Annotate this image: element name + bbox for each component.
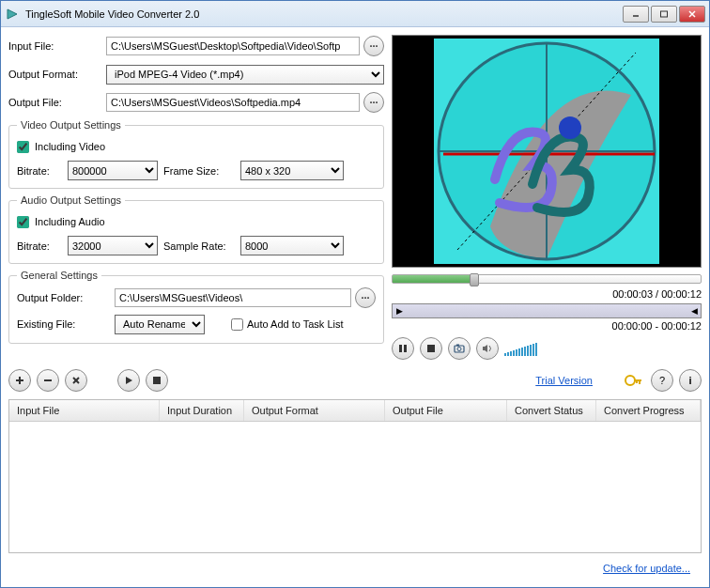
trim-start-handle[interactable]: ▶: [393, 304, 406, 317]
svg-rect-14: [427, 345, 435, 352]
browse-folder-button[interactable]: ···: [355, 287, 376, 308]
existing-file-label: Existing File:: [17, 318, 111, 330]
minimize-button[interactable]: [623, 6, 649, 23]
stop-playback-button[interactable]: [420, 337, 442, 360]
task-table-body: [9, 422, 701, 552]
video-preview: [392, 35, 702, 268]
video-settings-group: Video Output Settings Including Video Bi…: [8, 119, 384, 189]
col-convert-status[interactable]: Convert Status: [507, 400, 596, 421]
start-convert-button[interactable]: [117, 369, 140, 392]
include-audio-label: Including Audio: [35, 216, 105, 227]
sample-rate-label: Sample Rate:: [163, 240, 235, 252]
frame-size-label: Frame Size:: [163, 165, 235, 177]
video-bitrate-label: Bitrate:: [17, 165, 62, 177]
col-input-duration[interactable]: Input Duration: [160, 400, 244, 421]
col-input-file[interactable]: Input File: [9, 400, 160, 421]
time-elapsed-total: 00:00:03 / 00:00:12: [392, 288, 702, 300]
svg-rect-27: [636, 379, 638, 383]
audio-settings-group: Audio Output Settings Including Audio Bi…: [8, 194, 384, 264]
remove-task-button[interactable]: [37, 369, 59, 392]
task-table: Input File Input Duration Output Format …: [8, 399, 702, 553]
general-settings-group: General Settings Output Folder: ··· Exis…: [8, 270, 384, 344]
titlebar: TingleSoft Mobile Video Converter 2.0: [1, 1, 709, 27]
task-table-header: Input File Input Duration Output Format …: [9, 400, 701, 422]
svg-rect-1: [661, 11, 668, 17]
include-audio-checkbox[interactable]: [17, 216, 29, 228]
clear-tasks-button[interactable]: [65, 369, 87, 392]
svg-rect-12: [399, 345, 402, 352]
window-title: TingleSoft Mobile Video Converter 2.0: [25, 8, 623, 20]
svg-rect-26: [639, 379, 641, 384]
maximize-button[interactable]: [651, 6, 677, 23]
add-task-button[interactable]: [8, 369, 31, 392]
include-video-checkbox[interactable]: [17, 141, 29, 153]
output-folder-field[interactable]: [115, 288, 351, 307]
about-button[interactable]: i: [679, 369, 702, 392]
audio-settings-legend: Audio Output Settings: [17, 194, 125, 206]
auto-add-checkbox[interactable]: [231, 318, 243, 331]
include-video-label: Including Video: [35, 141, 105, 152]
trim-end-handle[interactable]: ◀: [687, 304, 701, 317]
volume-indicator[interactable]: [504, 341, 537, 356]
app-icon: [5, 7, 20, 22]
trim-range-label: 00:00:00 - 00:00:12: [392, 320, 702, 332]
pause-button[interactable]: [392, 337, 414, 360]
svg-rect-17: [456, 345, 459, 347]
trim-bar[interactable]: ▶ ◀: [392, 303, 702, 318]
check-update-link[interactable]: Check for update...: [603, 563, 690, 574]
col-output-file[interactable]: Output File: [385, 400, 507, 421]
svg-point-11: [559, 116, 581, 139]
general-settings-legend: General Settings: [17, 270, 101, 281]
input-file-label: Input File:: [8, 40, 102, 52]
browse-output-button[interactable]: ···: [363, 92, 384, 113]
output-file-label: Output File:: [8, 97, 102, 108]
col-convert-progress[interactable]: Convert Progress: [596, 400, 701, 421]
input-file-field[interactable]: [106, 37, 360, 55]
existing-file-select[interactable]: Auto Rename: [115, 315, 205, 334]
help-button[interactable]: ?: [651, 369, 673, 392]
sample-rate-select[interactable]: 8000: [240, 236, 344, 255]
auto-add-label: Auto Add to Task List: [247, 318, 344, 330]
svg-rect-23: [153, 377, 161, 384]
audio-bitrate-select[interactable]: 32000: [68, 236, 158, 255]
stop-convert-button[interactable]: [146, 369, 168, 392]
output-format-label: Output Format:: [8, 69, 102, 80]
trial-version-link[interactable]: Trial Version: [535, 375, 593, 386]
mute-button[interactable]: [476, 337, 499, 360]
col-output-format[interactable]: Output Format: [244, 400, 385, 421]
svg-point-24: [625, 376, 635, 385]
app-window: TingleSoft Mobile Video Converter 2.0 In…: [0, 0, 710, 588]
svg-rect-13: [404, 345, 407, 352]
svg-point-16: [457, 348, 461, 351]
frame-size-select[interactable]: 480 x 320: [240, 161, 344, 180]
video-settings-legend: Video Output Settings: [17, 119, 125, 131]
playback-slider[interactable]: [392, 274, 702, 284]
video-bitrate-select[interactable]: 800000: [68, 161, 158, 180]
output-file-field[interactable]: [106, 93, 360, 112]
snapshot-button[interactable]: [448, 337, 471, 360]
browse-input-button[interactable]: ···: [363, 36, 384, 56]
close-button[interactable]: [679, 6, 705, 23]
register-button[interactable]: [623, 369, 645, 392]
output-format-select[interactable]: iPod MPEG-4 Video (*.mp4): [106, 65, 384, 85]
audio-bitrate-label: Bitrate:: [17, 240, 62, 252]
output-folder-label: Output Folder:: [17, 292, 111, 303]
